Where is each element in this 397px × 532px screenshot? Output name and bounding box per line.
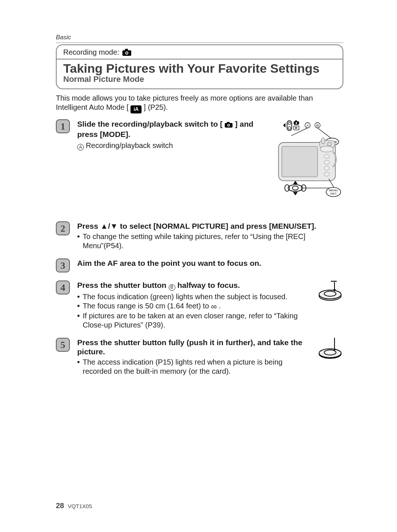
manual-page: Basic Recording mode: Taking Pictures wi… [0,0,397,532]
svg-point-29 [324,160,329,164]
step-3-body: Aim the AF area to the point you want to… [77,258,339,268]
svg-text:5: 5 [61,340,65,350]
doc-code: VQT1X05 [68,503,92,509]
camera-icon [122,49,132,56]
step-5-heading: Press the shutter button fully (push it … [77,338,313,356]
svg-rect-25 [322,138,325,144]
step-4-notes: The focus indication (green) lights when… [77,292,313,330]
step-4-body: Press the shutter button B halfway to fo… [77,281,313,330]
step-4-heading: Press the shutter button B halfway to fo… [77,281,313,290]
page-number: 28 [56,502,64,510]
step-5-notes: The access indication (P15) lights red w… [77,358,313,376]
ia-mode-badge: iA [130,105,142,113]
menu-label-bot: /SET [330,192,337,195]
step-1-sub: A Recording/playback switch [77,141,273,151]
camera-back-illustration: A B MODE [277,119,343,213]
step-4-bullet-2a: The focus range is 50 cm (1.64 feet) to [83,302,211,310]
step-4-head-b: halfway to focus. [177,281,240,289]
step-5: 5 Press the shutter button fully (push i… [56,338,343,376]
svg-point-15 [296,122,297,124]
svg-rect-14 [295,120,297,122]
step-number-badge: 1 [56,119,70,133]
step-number-badge: 3 [56,258,70,272]
svg-point-34 [292,186,298,190]
step-4-bullet-2: The focus range is 50 cm (1.64 feet) to … [83,301,221,312]
step-2-body: Press ▲/▼ to select [NORMAL PICTURE] and… [77,221,339,250]
step-4-head-a: Press the shutter button [77,281,169,289]
title-frame: Recording mode: Taking Pictures with You… [56,44,343,89]
section-label: Basic [56,34,343,43]
infinity-icon: ∞ [211,302,217,311]
intro-paragraph: This mode allows you to take pictures fr… [56,94,343,113]
step-2-bullet-1: To change the setting while taking pictu… [83,232,339,250]
step-3: 3 Aim the AF area to the point you want … [56,258,343,272]
callout-label-b: B [169,284,175,291]
step-2-heading: Press ▲/▼ to select [NORMAL PICTURE] and… [77,221,339,231]
step-1: 1 Slide the recording/playback switch to… [56,119,343,213]
svg-point-27 [320,146,333,152]
svg-point-9 [228,124,230,126]
svg-text:1: 1 [61,121,65,132]
step-5-bullet-1: The access indication (P15) lights red w… [83,358,313,376]
step-4: 4 Press the shutter button B halfway to … [56,281,343,330]
step-3-heading: Aim the AF area to the point you want to… [77,258,339,268]
svg-text:2: 2 [61,223,65,234]
intro-text-1: This mode allows you to take pictures fr… [56,94,313,111]
menu-label-top: MENU [329,189,338,192]
shutter-half-press-illustration [318,281,343,304]
svg-point-47 [324,291,336,296]
svg-point-54 [324,350,336,355]
illus-label-a: A [307,123,309,127]
svg-line-20 [318,128,332,139]
step-1-body: Slide the recording/playback switch to [… [77,119,273,151]
svg-rect-1 [125,49,128,51]
callout-label-a: A [77,144,84,151]
illus-label-b: B [316,123,319,127]
intro-text-2: ] (P25). [144,103,168,111]
step-2: 2 Press ▲/▼ to select [NORMAL PICTURE] a… [56,221,343,250]
recording-mode-label: Recording mode: [63,48,119,57]
step-1-heading: Slide the recording/playback switch to [… [77,119,273,139]
step-2-notes: To change the setting while taking pictu… [77,232,339,250]
camera-icon [225,121,235,129]
step-1-sub-text: Recording/playback switch [86,141,173,149]
svg-text:4: 4 [61,282,65,293]
step-1-head-a: Slide the recording/playback switch to [ [77,120,223,128]
shutter-full-press-illustration [318,338,343,361]
step-4-bullet-2b: . [219,302,221,310]
svg-point-3 [126,52,128,54]
svg-point-26 [328,142,332,146]
step-5-body: Press the shutter button fully (push it … [77,338,313,376]
svg-point-30 [324,166,329,170]
page-footer: 28 VQT1X05 [56,502,92,510]
svg-rect-23 [282,146,318,177]
svg-text:3: 3 [61,260,65,271]
svg-point-31 [324,172,329,176]
svg-point-12 [288,127,291,129]
step-4-bullet-1: The focus indication (green) lights when… [83,292,287,301]
svg-rect-7 [227,122,230,123]
svg-point-28 [324,155,329,159]
step-number-badge: 2 [56,221,70,235]
recording-mode-row: Recording mode: [57,45,343,59]
step-4-bullet-3: If pictures are to be taken at an even c… [83,311,313,330]
page-subtitle: Normal Picture Mode [63,75,336,84]
step-number-badge: 5 [56,338,70,352]
page-title: Taking Pictures with Your Favorite Setti… [63,62,336,75]
step-number-badge: 4 [56,281,70,294]
svg-point-11 [288,122,291,124]
